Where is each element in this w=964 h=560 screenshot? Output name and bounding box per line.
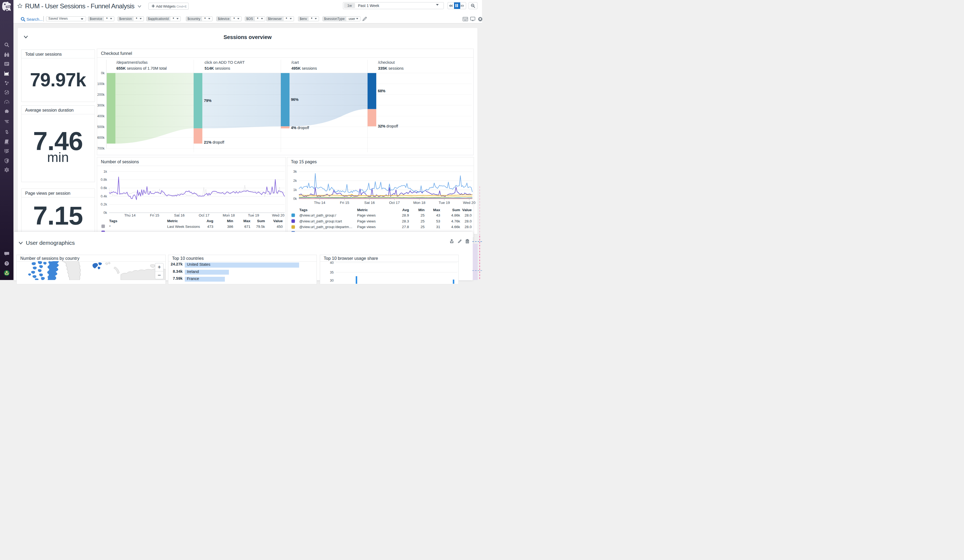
svg-text:?: ? xyxy=(6,262,8,265)
